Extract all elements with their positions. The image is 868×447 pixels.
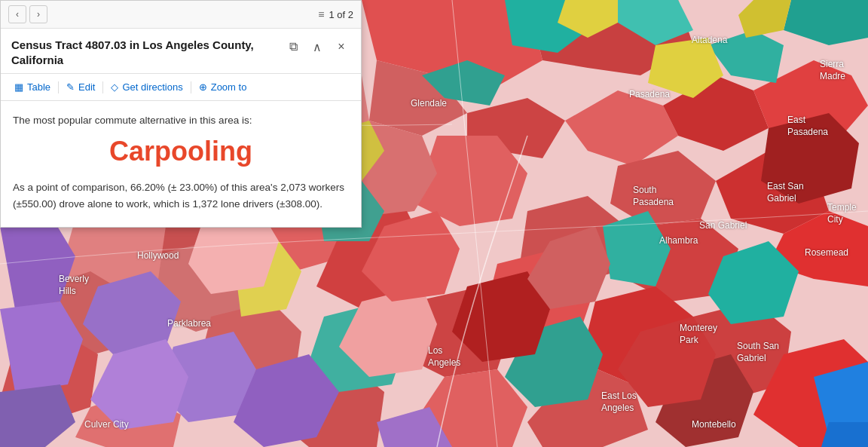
nav-bar: ‹ › ≡ 1 of 2 — [1, 1, 361, 29]
popup-content: The most popular commute alternative in … — [1, 101, 361, 227]
prev-button[interactable]: ‹ — [8, 5, 26, 23]
zoom-label: Zoom to — [211, 81, 247, 93]
edit-button[interactable]: ✎ Edit — [60, 78, 101, 96]
svg-marker-66 — [821, 422, 868, 447]
directions-icon: ◇ — [111, 81, 118, 93]
directions-label: Get directions — [122, 81, 182, 93]
zoom-icon: ⊕ — [199, 81, 207, 93]
zoom-button[interactable]: ⊕ Zoom to — [193, 78, 253, 96]
edit-label: Edit — [78, 81, 95, 93]
toolbar-divider-1 — [58, 81, 59, 93]
nav-arrows: ‹ › — [8, 5, 47, 23]
directions-button[interactable]: ◇ Get directions — [105, 78, 188, 96]
next-icon: › — [37, 9, 40, 20]
prev-icon: ‹ — [16, 9, 19, 20]
next-button[interactable]: › — [29, 5, 47, 23]
map-container: Glendale Pasadena SouthPasadena East San… — [0, 0, 868, 447]
close-icon: × — [338, 40, 344, 54]
copy-button[interactable]: ⧉ — [284, 38, 302, 56]
page-display: 1 of 2 — [329, 9, 353, 20]
popup-panel: ‹ › ≡ 1 of 2 Census Tract 4807.03 in Los… — [0, 0, 362, 228]
copy-icon: ⧉ — [289, 40, 298, 54]
title-actions: ⧉ ∧ × — [284, 38, 350, 56]
collapse-button[interactable]: ∧ — [308, 38, 326, 56]
toolbar: ▦ Table ✎ Edit ◇ Get directions ⊕ Zoom t… — [1, 74, 361, 101]
intro-text: The most popular commute alternative in … — [13, 113, 349, 128]
page-indicator: ≡ 1 of 2 — [318, 8, 353, 20]
edit-icon: ✎ — [66, 81, 75, 93]
table-label: Table — [27, 81, 50, 93]
collapse-icon: ∧ — [313, 40, 322, 54]
detail-text: As a point of comparison, 66.20% (± 23.0… — [13, 179, 349, 212]
table-icon: ▦ — [14, 81, 23, 93]
toolbar-divider-3 — [191, 81, 191, 93]
close-button[interactable]: × — [332, 38, 350, 56]
toolbar-divider-2 — [102, 81, 103, 93]
table-button[interactable]: ▦ Table — [8, 78, 57, 96]
title-bar: Census Tract 4807.03 in Los Angeles Coun… — [1, 29, 361, 74]
list-icon: ≡ — [318, 8, 324, 20]
highlight-word: Carpooling — [13, 136, 349, 167]
popup-title: Census Tract 4807.03 in Los Angeles Coun… — [11, 38, 267, 67]
